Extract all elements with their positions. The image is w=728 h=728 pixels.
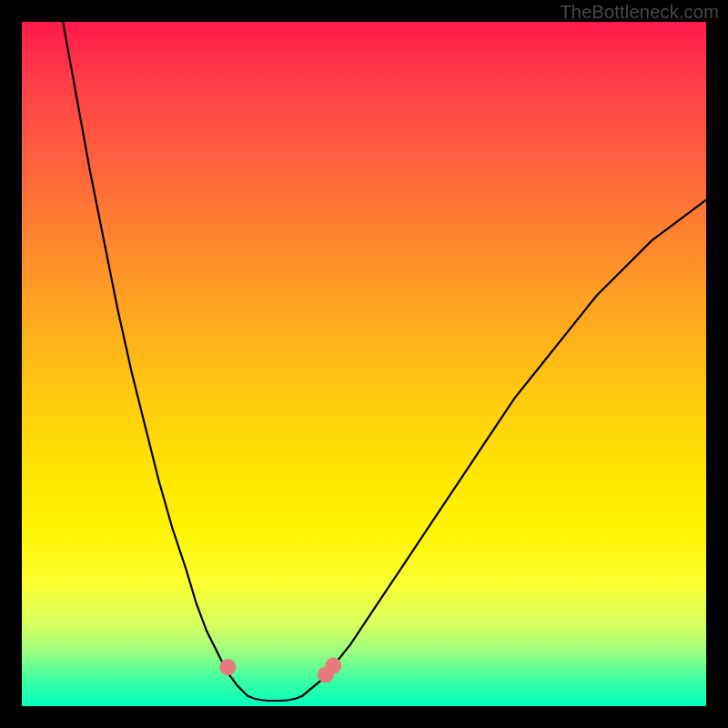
curve-right xyxy=(302,200,706,696)
chart-frame: TheBottleneck.com xyxy=(0,0,728,728)
curve-markers xyxy=(219,658,341,701)
marker-dot xyxy=(325,658,341,674)
plot-area xyxy=(22,22,706,706)
curve-left xyxy=(63,22,248,696)
watermark-text: TheBottleneck.com xyxy=(560,2,719,23)
chart-svg xyxy=(22,22,706,706)
marker-dot xyxy=(219,659,236,675)
curve-trough xyxy=(248,696,302,701)
